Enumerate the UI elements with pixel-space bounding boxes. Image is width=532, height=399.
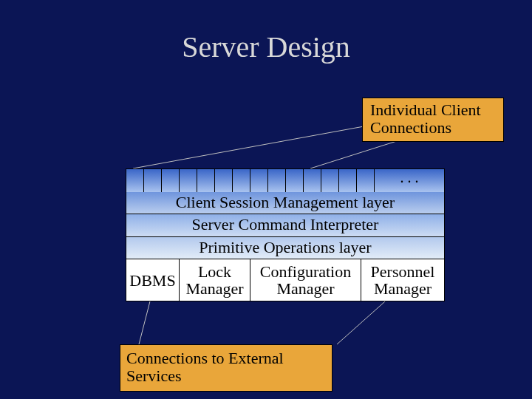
client-port bbox=[304, 169, 321, 192]
client-port bbox=[250, 169, 268, 192]
client-port bbox=[197, 169, 215, 192]
callout-external-services: Connections to External Services bbox=[120, 344, 332, 392]
client-port bbox=[162, 169, 180, 192]
client-port bbox=[321, 169, 339, 192]
cell-lock-manager: Lock Manager bbox=[180, 259, 250, 301]
client-port bbox=[233, 169, 250, 192]
svg-line-0 bbox=[133, 126, 368, 168]
svg-line-2 bbox=[139, 296, 151, 344]
slide-title: Server Design bbox=[0, 30, 532, 64]
layer-command-interpreter: Server Command Interpreter bbox=[126, 214, 445, 236]
client-ports-row: . . . bbox=[126, 168, 445, 192]
svg-line-1 bbox=[310, 140, 399, 168]
client-port bbox=[215, 169, 233, 192]
svg-line-3 bbox=[337, 296, 392, 344]
cell-dbms: DBMS bbox=[126, 259, 180, 301]
managers-row: DBMS Lock Manager Configuration Manager … bbox=[126, 259, 445, 301]
layer-primitive-ops: Primitive Operations layer bbox=[126, 237, 445, 259]
architecture-stack: . . . Client Session Management layer Se… bbox=[126, 168, 445, 301]
client-port bbox=[126, 169, 144, 192]
callout-individual-clients: Individual Client Connections bbox=[362, 98, 504, 142]
client-port bbox=[339, 169, 357, 192]
client-port bbox=[144, 169, 162, 192]
slide: Server Design Individual Client Connecti… bbox=[0, 0, 532, 399]
client-port bbox=[286, 169, 304, 192]
client-port bbox=[357, 169, 375, 192]
client-port bbox=[180, 169, 197, 192]
cell-config-manager: Configuration Manager bbox=[250, 259, 361, 301]
client-port bbox=[268, 169, 286, 192]
ellipsis-label: . . . bbox=[400, 169, 419, 186]
client-port-ellipsis: . . . bbox=[375, 169, 445, 192]
cell-personnel-manager: Personnel Manager bbox=[361, 259, 444, 301]
layer-client-session: Client Session Management layer bbox=[126, 192, 445, 214]
